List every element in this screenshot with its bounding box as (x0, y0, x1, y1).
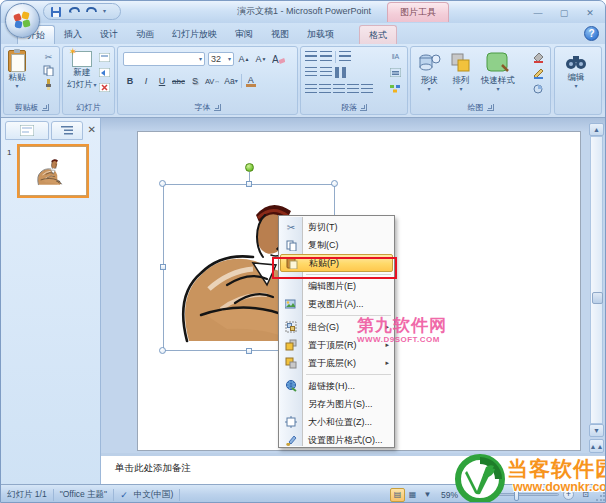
font-color-button[interactable]: A (244, 74, 258, 88)
menu-item-hyperlink[interactable]: 超链接(H)... (280, 377, 393, 395)
slide-sorter-icon[interactable]: ▦ (405, 488, 420, 502)
scroll-down-icon[interactable]: ▼ (589, 424, 604, 437)
shape-effects-icon[interactable] (531, 83, 546, 96)
menu-item-edit-picture[interactable]: 编辑图片(E) (280, 277, 393, 295)
language-indicator[interactable]: 中文(中国) (134, 489, 174, 501)
rotation-handle[interactable] (245, 163, 254, 172)
spellcheck-icon[interactable]: ✓ (120, 490, 128, 500)
reset-slide-icon[interactable] (97, 66, 112, 79)
strikethrough-button[interactable]: abc (171, 74, 186, 88)
downkr-site-name: 当客软件园 (507, 455, 606, 483)
close-button[interactable]: ✕ (581, 6, 599, 19)
bullets-icon[interactable] (305, 51, 317, 62)
minimize-button[interactable]: — (529, 6, 547, 19)
font-size-combo[interactable]: 32▾ (208, 52, 234, 66)
align-left-icon[interactable] (305, 84, 317, 94)
format-painter-icon[interactable] (41, 78, 56, 91)
layout-icon[interactable] (97, 51, 112, 64)
scrollbar-track[interactable] (590, 136, 603, 424)
tab-outline[interactable] (51, 121, 83, 140)
group-clipboard: 粘贴 ▾ ✂ 剪贴板 (3, 46, 60, 115)
italic-button[interactable]: I (139, 74, 153, 88)
text-direction-icon[interactable]: ‖A (388, 50, 403, 63)
clear-formatting-icon[interactable]: A (271, 52, 286, 66)
tab-design[interactable]: 设计 (91, 25, 127, 44)
font-launcher-icon[interactable] (214, 104, 221, 111)
downkr-watermark: 当客软件园 www.downkr.com (453, 453, 606, 503)
submenu-arrow-icon: ▸ (385, 359, 389, 367)
tab-insert[interactable]: 插入 (55, 25, 91, 44)
tab-slides-thumbnails[interactable] (5, 121, 49, 140)
clipboard-launcher-icon[interactable] (42, 104, 49, 111)
menu-item-copy[interactable]: 复制(C) (280, 236, 393, 254)
tab-animations[interactable]: 动画 (127, 25, 163, 44)
notes-placeholder[interactable]: 单击此处添加备注 (115, 462, 191, 473)
menu-item-format-picture[interactable]: 设置图片格式(O)... (280, 431, 393, 449)
office-button[interactable] (5, 3, 40, 38)
handle-bottom-middle[interactable] (246, 348, 252, 354)
cut-icon[interactable]: ✂ (41, 50, 56, 63)
paste-button[interactable]: 粘贴 ▾ (8, 50, 26, 89)
shape-fill-icon[interactable] (531, 51, 546, 64)
copy-icon[interactable] (41, 64, 56, 77)
menu-item-send-to-back[interactable]: 置于底层(K)▸ (280, 354, 393, 372)
normal-view-icon[interactable]: ▤ (390, 488, 405, 502)
grow-font-button[interactable]: A▲ (237, 52, 251, 66)
help-icon[interactable]: ? (584, 26, 599, 41)
menu-item-cut[interactable]: ✂ 剪切(T) (280, 218, 393, 236)
shape-outline-icon[interactable] (531, 67, 546, 80)
shapes-button[interactable]: 形状▾ (417, 51, 441, 92)
tab-addins[interactable]: 加载项 (298, 25, 343, 44)
arrange-button[interactable]: 排列▾ (449, 51, 473, 92)
close-panel-icon[interactable]: ✕ (88, 124, 96, 135)
new-slide-button[interactable]: 新建 幻灯片▾ (67, 51, 97, 91)
paragraph-launcher-icon[interactable] (360, 104, 367, 111)
text-shadow-button[interactable]: S (188, 74, 202, 88)
previous-slide-icon[interactable]: ▲▲ (589, 439, 604, 453)
handle-bottom-left[interactable] (159, 347, 166, 354)
menu-item-size-position[interactable]: 大小和位置(Z)... (280, 413, 393, 431)
outline-tab-icon (61, 125, 73, 136)
scrollbar-thumb[interactable] (592, 292, 603, 304)
change-case-button[interactable]: Aa▾ (223, 74, 238, 88)
font-name-combo[interactable]: ▾ (123, 52, 205, 66)
watermark-d9soft: 第九软件网 WWW.D9SOFT.COM (357, 317, 447, 344)
convert-smartart-icon[interactable] (388, 82, 403, 95)
tab-review[interactable]: 审阅 (226, 25, 262, 44)
slideshow-icon[interactable]: ▼ (420, 488, 435, 502)
decrease-indent-icon[interactable] (305, 67, 317, 78)
underline-button[interactable]: U (155, 74, 169, 88)
distribute-icon[interactable] (361, 84, 373, 94)
handle-top-right[interactable] (331, 180, 338, 187)
tab-view[interactable]: 视图 (262, 25, 298, 44)
maximize-button[interactable]: ▢ (555, 6, 573, 19)
numbering-icon[interactable] (320, 51, 332, 62)
handle-top-middle[interactable] (246, 181, 252, 187)
line-spacing-icon[interactable] (339, 51, 351, 62)
bold-button[interactable]: B (123, 74, 137, 88)
handle-middle-left[interactable] (160, 264, 166, 270)
quick-styles-button[interactable]: 快速样式▾ (481, 51, 515, 92)
handle-top-left[interactable] (159, 180, 166, 187)
drawing-launcher-icon[interactable] (487, 104, 494, 111)
theme-name[interactable]: "Office 主题" (60, 489, 107, 501)
editing-button[interactable]: 编辑▾ (565, 52, 587, 89)
character-spacing-button[interactable]: AV↔ (204, 74, 221, 88)
justify-icon[interactable] (347, 84, 359, 94)
align-center-icon[interactable] (319, 84, 331, 94)
tab-slideshow[interactable]: 幻灯片放映 (163, 25, 226, 44)
menu-item-change-picture[interactable]: 更改图片(A)... (280, 295, 393, 313)
scroll-up-icon[interactable]: ▲ (589, 123, 604, 136)
increase-indent-icon[interactable] (320, 67, 332, 78)
slide-thumbnail[interactable] (17, 144, 89, 198)
shrink-font-button[interactable]: A▼ (254, 52, 268, 66)
menu-item-save-as-picture[interactable]: 另存为图片(S)... (280, 395, 393, 413)
delete-slide-icon[interactable] (97, 81, 112, 94)
tab-format[interactable]: 格式 (359, 25, 397, 44)
group-font: ▾ 32▾ A▲ A▼ A B I U abc S AV↔ Aa▾ A (117, 46, 298, 115)
columns-icon[interactable] (335, 67, 349, 78)
align-right-icon[interactable] (333, 84, 345, 94)
align-text-icon[interactable] (388, 66, 403, 79)
svg-text:A: A (272, 54, 279, 65)
new-slide-icon (72, 51, 92, 67)
